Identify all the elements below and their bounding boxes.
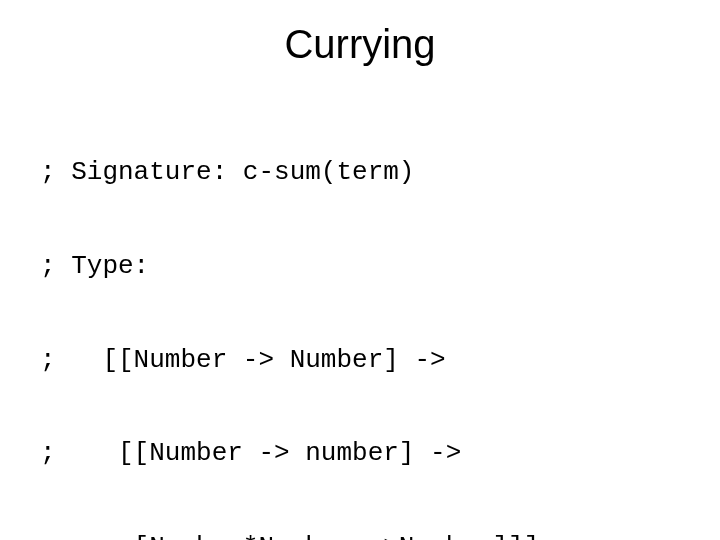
- code-line: ; [[Number -> number] ->: [40, 438, 680, 469]
- code-line: ; Type:: [40, 251, 680, 282]
- code-line: ; Signature: c-sum(term): [40, 157, 680, 188]
- slide-title: Currying: [40, 22, 680, 67]
- slide: Currying ; Signature: c-sum(term) ; Type…: [0, 0, 720, 540]
- code-line: ; [Number*Number ->Number]]]: [40, 532, 680, 540]
- code-line: ; [[Number -> Number] ->: [40, 345, 680, 376]
- code-block: ; Signature: c-sum(term) ; Type: ; [[Num…: [40, 95, 680, 540]
